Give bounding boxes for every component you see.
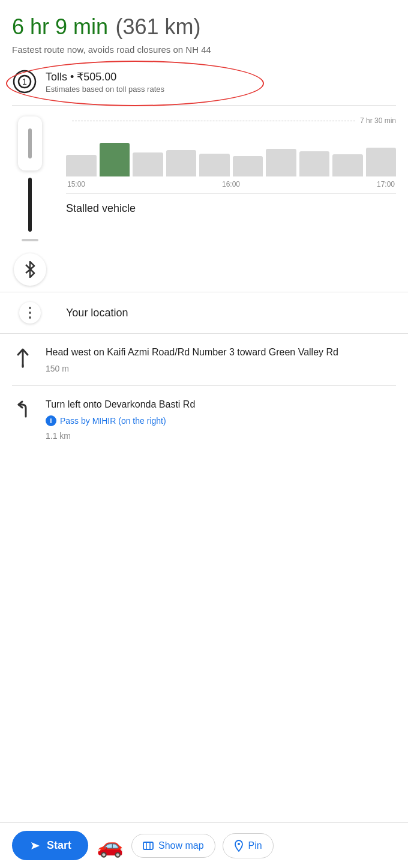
mascot-icon: 🚗 [95, 831, 124, 860]
route-distance: (361 km) [116, 14, 201, 39]
chart-dashed-line [72, 121, 355, 121]
step-2-icon [12, 399, 34, 421]
step-2-distance: 1.1 km [46, 431, 396, 441]
time-label-2: 17:00 [377, 180, 395, 188]
slider-divider [22, 239, 38, 241]
bluetooth-icon [23, 261, 37, 278]
start-nav-icon [29, 840, 41, 852]
pin-button[interactable]: Pin [223, 833, 274, 858]
start-button[interactable]: Start [12, 831, 88, 860]
your-location-text: Your location [66, 307, 128, 319]
step-2-note-text: Pass by MIHIR (on the right) [60, 416, 166, 426]
chart-time-label: 7 hr 30 min [360, 116, 396, 125]
slider-handle [28, 128, 32, 158]
step-1-title: Head west on Kaifi Azmi Road/Rd Number 3… [46, 346, 396, 359]
chart-area: 7 hr 30 min 15:00 16:00 17:00 Stalled ve… [60, 106, 408, 292]
bar-7 [266, 149, 296, 176]
show-map-label: Show map [158, 840, 204, 851]
step-2: Turn left onto Devarkonda Basti Rd i Pas… [12, 386, 396, 452]
your-location-content: Your location [60, 292, 408, 333]
tolls-section[interactable]: 1 Tolls • ₹505.00 Estimates based on tol… [12, 69, 396, 94]
stalled-vehicle-row: Stalled vehicle [66, 193, 396, 226]
pin-icon [234, 840, 244, 852]
route-time: 6 hr 9 min [12, 14, 108, 39]
bar-4 [166, 150, 197, 176]
step-1-distance: 150 m [46, 364, 396, 373]
turn-left-icon [13, 400, 33, 420]
route-header: 6 hr 9 min (361 km) Fastest route now, a… [12, 14, 396, 56]
svg-point-9 [238, 843, 240, 845]
tolls-amount: Tolls • ₹505.00 [46, 70, 164, 83]
bar-3 [133, 152, 163, 176]
step-1: Head west on Kaifi Azmi Road/Rd Number 3… [12, 334, 396, 386]
step-1-icon [12, 347, 34, 369]
time-labels: 15:00 16:00 17:00 [66, 180, 396, 188]
bluetooth-button[interactable] [14, 253, 46, 286]
stalled-vehicle-label: Stalled vehicle [66, 202, 136, 214]
bar-10 [366, 148, 397, 176]
up-arrow-icon [14, 348, 31, 368]
pin-label: Pin [248, 840, 262, 851]
chart-label-row: 7 hr 30 min [66, 116, 396, 125]
show-map-button[interactable]: Show map [131, 834, 215, 858]
svg-rect-6 [143, 842, 153, 849]
start-button-label: Start [47, 839, 71, 852]
bar-8 [299, 151, 330, 176]
slider-card[interactable] [18, 116, 42, 170]
tolls-note: Estimates based on toll pass rates [46, 85, 164, 94]
route-steps: Head west on Kaifi Azmi Road/Rd Number 3… [0, 334, 408, 513]
three-dots-button[interactable] [19, 302, 41, 324]
tolls-info: Tolls • ₹505.00 Estimates based on toll … [46, 70, 164, 94]
time-label-0: 15:00 [67, 180, 85, 188]
location-left-col [0, 292, 60, 333]
step-2-content: Turn left onto Devarkonda Basti Rd i Pas… [46, 398, 396, 440]
step-2-note: i Pass by MIHIR (on the right) [46, 415, 396, 426]
bar-active [100, 143, 130, 176]
time-label-1: 16:00 [222, 180, 240, 188]
info-icon: i [46, 415, 56, 426]
svg-marker-5 [31, 842, 40, 849]
toll-icon: 1 [12, 69, 37, 94]
bottom-bar: Start 🚗 Show map Pin [0, 822, 408, 868]
bar-9 [332, 154, 363, 176]
route-indicator-bar [28, 178, 32, 232]
bar-6 [233, 156, 263, 176]
bar-5 [199, 154, 230, 176]
bar-1 [66, 155, 97, 176]
step-2-title: Turn left onto Devarkonda Basti Rd [46, 398, 396, 411]
step-1-content: Head west on Kaifi Azmi Road/Rd Number 3… [46, 346, 396, 373]
svg-text:1: 1 [22, 77, 27, 86]
map-icon [143, 840, 154, 851]
left-controls [0, 106, 60, 292]
bars-row [66, 128, 396, 176]
route-description: Fastest route now, avoids road closures … [12, 43, 396, 56]
